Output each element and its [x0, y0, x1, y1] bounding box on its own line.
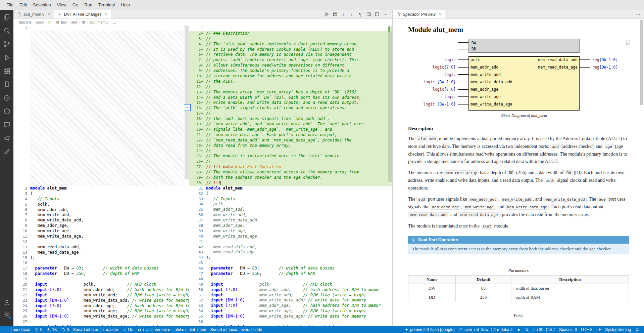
code-line[interactable]: 53 input [7:0] mem_addr_age; // hash add…	[189, 303, 392, 308]
layout-button[interactable]	[331, 11, 339, 18]
code-line[interactable]: 48	[189, 277, 392, 282]
code-line[interactable]: 52 input [DW-1:0] mem_write_data_add; //…	[189, 298, 392, 303]
status-cursor-position[interactable]: Ln 30, Col 7	[531, 326, 557, 333]
code-line[interactable]: 40 mem_write_data_age,	[189, 234, 392, 239]
breadcrumb-item-alut-mem-v[interactable]: alut_mem.v	[89, 20, 108, 24]
status-language-mode[interactable]: SystemVerilog	[603, 326, 633, 333]
menu-view[interactable]: View	[54, 1, 69, 8]
code-line[interactable]: 39 mem_write_age,	[189, 228, 392, 234]
code-line[interactable]: 50 input [7:0] mem_addr_add; // hash add…	[189, 287, 392, 293]
code-line[interactable]: 19	[13, 277, 189, 282]
code-line[interactable]: 35 mem_addr_add,	[189, 207, 392, 212]
code-line[interactable]: 51 input mem_write_add; // R/W flag (wri…	[189, 293, 392, 298]
map-button[interactable]	[365, 11, 372, 18]
more-actions-button[interactable]	[382, 11, 389, 18]
code-line[interactable]: 43 mem_read_data_age	[189, 250, 392, 255]
code-line[interactable]: 16	[13, 260, 189, 266]
code-line[interactable]: 18 parameter DD = 256; // depth of RAM	[13, 271, 189, 277]
tab-specador-preview[interactable]: Specador Preview ×	[393, 10, 445, 18]
code-line[interactable]: 12+//	[189, 84, 392, 90]
status-problems-warnings[interactable]: 1K	[44, 326, 59, 333]
code-line[interactable]: 24 input [7:0] mem_addr_age; // hash add…	[13, 303, 189, 309]
code-line[interactable]: 6 mem_addr_add,	[13, 207, 189, 213]
status-sonarlint-branch[interactable]: SonarLint branch: master	[71, 326, 120, 333]
code-line[interactable]: 12	[13, 239, 189, 245]
copy-icon[interactable]	[625, 39, 631, 45]
code-line[interactable]: 28+// The module allows concurrent acces…	[189, 170, 392, 175]
code-line[interactable]: 25 input mem_write_age; // R/W flag (wri…	[13, 308, 189, 314]
code-line[interactable]: 26 input [DW-1:0] mem_write_data_age; //…	[13, 314, 189, 319]
code-line[interactable]: 33 // Inputs	[189, 197, 392, 202]
settings-button[interactable]	[3, 311, 11, 323]
code-line[interactable]: 21 input [7:0] mem_addr_add; // hash add…	[13, 287, 189, 293]
menu-terminal[interactable]: Terminal	[95, 1, 118, 8]
search-icon[interactable]	[3, 27, 11, 35]
code-line[interactable]: 21+// `mem_write_data_age`. Each port's …	[189, 132, 392, 138]
code-line[interactable]: 26+//	[189, 159, 392, 164]
tab-dvt-ai-file-changes[interactable]: DVT AI File Changes×	[54, 10, 111, 18]
code-line[interactable]: 11+// the ALUT.	[189, 79, 392, 84]
preview-more-actions-button[interactable]	[636, 10, 644, 18]
menu-go[interactable]: Go	[69, 1, 81, 8]
status-dvt-on[interactable]: On	[120, 326, 135, 333]
code-line[interactable]: 3+//	[189, 36, 392, 42]
code-line[interactable]: 29+// both the address checker and the a…	[189, 175, 392, 180]
code-line[interactable]: 13 mem_read_data_add,	[13, 245, 189, 250]
code-line[interactable]: 19+// `mem_write_add`, and `mem_write_da…	[189, 122, 392, 127]
right-scrollbar-thumb[interactable]	[388, 26, 392, 182]
code-line[interactable]: 1	[13, 26, 189, 31]
status-indentation[interactable]: Spaces: 3	[557, 326, 579, 333]
code-line[interactable]: 49 input pclk; // APB clock	[189, 282, 392, 287]
code-line[interactable]: 15+// write enable, and write data input…	[189, 100, 392, 106]
code-line[interactable]: 46 parameter DW = 83; // width of data b…	[189, 266, 392, 271]
code-line[interactable]: 55 input [DW-1:0] mem_write_data_age; //…	[189, 314, 392, 319]
status-eol[interactable]: LF	[594, 326, 603, 333]
code-line[interactable]: 7+// ports: `add` (address checker) and …	[189, 57, 392, 63]
status-encoding[interactable]: UTF-8	[579, 326, 594, 333]
code-line[interactable]: 47 parameter DD = 256; // depth of RAM	[189, 271, 392, 277]
status-problems-errors[interactable]: 0	[32, 326, 44, 333]
code-line[interactable]: 17+//	[189, 111, 392, 116]
code-line[interactable]: 38 mem_addr_age,	[189, 223, 392, 228]
extensions-icon[interactable]	[3, 67, 11, 75]
code-line[interactable]: 6+// retrieve data. The memory is access…	[189, 52, 392, 57]
status-design-hierarchy[interactable]: i_alut_veneer ▸ i_alut ▸ i_alut_mem	[135, 326, 208, 333]
status-launchpad[interactable]: Launchpad	[3, 326, 32, 333]
code-line[interactable]: 5+// It is used by the Address Lookup Ta…	[189, 47, 392, 52]
code-line[interactable]: 1	[189, 26, 392, 31]
dvt-icon[interactable]	[3, 108, 11, 115]
files-icon[interactable]	[3, 13, 11, 21]
close-icon[interactable]: ×	[439, 12, 441, 16]
source-control-icon[interactable]	[3, 40, 11, 48]
code-line[interactable]: 14 mem_read_data_age	[13, 250, 189, 255]
history-icon[interactable]	[3, 94, 11, 102]
code-line[interactable]: 17 parameter DW = 83; // width of data b…	[13, 266, 189, 271]
code-line[interactable]: 7 mem_write_add,	[13, 212, 189, 218]
status-search-status[interactable]	[523, 326, 531, 333]
code-line[interactable]: 24+//	[189, 148, 392, 154]
right-scrollbar[interactable]	[388, 26, 392, 326]
code-line[interactable]: 8+// allows simultaneous read/write oper…	[189, 63, 392, 68]
breadcrumb-item-rtl-lpw[interactable]: rtl_lpw	[56, 20, 67, 24]
code-line[interactable]: 31module alut_mem	[189, 186, 392, 191]
code-line[interactable]: 11 mem_write_data_age,	[13, 234, 189, 239]
menu-file[interactable]: File	[3, 1, 16, 8]
status-ai-model[interactable]: gemini-2.0-flash (google)	[402, 326, 457, 333]
diff-original-pane[interactable]: 12module alut_mem3(4 // Inputs5 pclk,6 m…	[13, 26, 189, 326]
menu-selection[interactable]: Selection	[30, 1, 54, 8]
breadcrumb-item-designs[interactable]: designs	[19, 20, 32, 24]
code-line[interactable]: 30+// !!!	[189, 180, 392, 186]
code-line[interactable]: 5 pclk,	[13, 202, 189, 207]
code-line[interactable]: 32(	[189, 191, 392, 197]
status-uvm-flow[interactable]: uvm_ref_flow_1.1 ▸ default	[457, 326, 514, 333]
diff-navigate-button[interactable]: →	[184, 104, 191, 111]
account-icon[interactable]	[3, 299, 11, 306]
menu-edit[interactable]: Edit	[16, 1, 30, 8]
code-line[interactable]: 56	[189, 319, 392, 325]
menu-run[interactable]: Run	[81, 1, 95, 8]
code-line[interactable]: 22+// `mem_read_data_add` and `mem_read_…	[189, 138, 392, 143]
status-connection[interactable]	[514, 326, 523, 333]
code-line[interactable]: 2module alut_mem	[13, 186, 189, 191]
split-editor-button[interactable]	[373, 11, 381, 18]
code-line[interactable]: 4+// The `alut_mem` module implements a …	[189, 42, 392, 47]
